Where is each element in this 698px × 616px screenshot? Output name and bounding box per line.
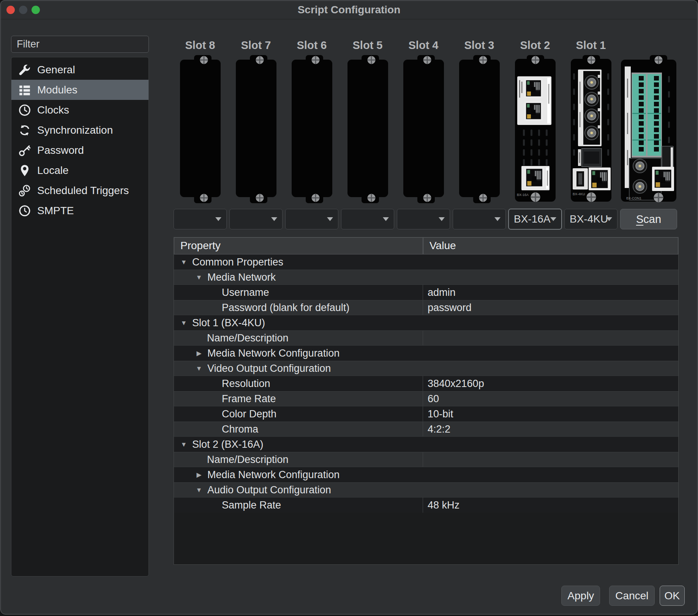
value-cell[interactable]: 3840x2160p xyxy=(423,376,678,391)
slot3-module-select[interactable] xyxy=(453,209,506,229)
slot6-module-select[interactable] xyxy=(285,209,338,229)
script-configuration-dialog: Script Configuration General Modules Clo… xyxy=(0,0,698,614)
sidebar-item-label: Password xyxy=(37,144,84,156)
sidebar-item-label: Modules xyxy=(37,84,77,96)
table-row-group[interactable]: Audio Output Configuration xyxy=(174,482,678,498)
value-cell[interactable]: 60 xyxy=(423,392,678,406)
blank-plate-card xyxy=(458,55,501,204)
table-row[interactable]: Resolution 3840x2160p xyxy=(174,376,678,391)
chevron-down-icon xyxy=(494,217,501,221)
sidebar-item-label: Synchronization xyxy=(37,124,113,136)
sidebar-item-smpte[interactable]: SMPTE xyxy=(11,201,148,221)
bx16a-card: BX-16A xyxy=(514,55,557,204)
sidebar-item-general[interactable]: General xyxy=(11,60,148,80)
sidebar-item-clocks[interactable]: Clocks xyxy=(11,100,148,120)
slot-column-8: Slot 8 xyxy=(174,38,227,204)
property-column-header[interactable]: Property xyxy=(174,237,423,254)
value-cell[interactable]: password xyxy=(423,300,678,315)
slot1-module-select[interactable]: BX-4KU xyxy=(564,209,617,229)
expander-icon[interactable] xyxy=(194,482,204,498)
blank-plate-card xyxy=(179,55,222,204)
sidebar-item-locale[interactable]: Locale xyxy=(11,160,148,180)
table-row-group[interactable]: Media Network xyxy=(174,270,678,285)
table-row-group[interactable]: Media Network Configuration xyxy=(174,346,678,361)
wrench-icon xyxy=(18,63,31,76)
slot-header: Slot 2 xyxy=(520,38,550,52)
expander-icon[interactable] xyxy=(194,360,204,376)
value-cell[interactable]: 10-bit xyxy=(423,406,678,422)
controller-card: BX-CON1 xyxy=(620,55,677,204)
sidebar-item-modules[interactable]: Modules xyxy=(11,80,148,100)
table-row[interactable]: Sample Rate 48 kHz xyxy=(174,498,678,513)
ok-button[interactable]: OK xyxy=(660,586,685,606)
value-cell[interactable] xyxy=(423,452,678,467)
expander-icon[interactable] xyxy=(179,315,188,331)
value-cell[interactable]: 4:2:2 xyxy=(423,422,678,436)
sidebar-item-synchronization[interactable]: Synchronization xyxy=(11,120,148,140)
property-table: Property Value Common Properties Media N… xyxy=(174,237,679,565)
expander-icon[interactable] xyxy=(194,269,204,285)
window-title: Script Configuration xyxy=(1,1,697,19)
value-cell[interactable] xyxy=(423,331,678,345)
table-row[interactable]: Username admin xyxy=(174,285,678,300)
expander-icon[interactable] xyxy=(179,254,188,270)
bx4ku-card: BX-4KU xyxy=(570,55,613,204)
cancel-button[interactable]: Cancel xyxy=(609,586,654,606)
value-column-header[interactable]: Value xyxy=(423,237,678,254)
sidebar-item-label: Scheduled Triggers xyxy=(37,185,129,197)
chevron-down-icon xyxy=(550,217,556,221)
slot-header: Slot 8 xyxy=(185,38,215,52)
table-row-group[interactable]: Media Network Configuration xyxy=(174,467,678,482)
slot-column-6: Slot 6 xyxy=(285,38,338,204)
sidebar-item-scheduled-triggers[interactable]: Scheduled Triggers xyxy=(11,180,148,201)
chevron-down-icon xyxy=(271,217,277,221)
table-row-group[interactable]: Common Properties xyxy=(174,254,678,270)
sync-arrows-icon xyxy=(18,124,31,137)
controller-column: BX-CON1 xyxy=(620,38,677,204)
modules-grid-icon xyxy=(18,84,31,96)
slot-column-1: Slot 1 xyxy=(564,38,617,204)
sidebar-item-password[interactable]: Password xyxy=(11,140,148,160)
dialog-buttons: Apply Cancel OK xyxy=(561,586,685,606)
value-cell[interactable]: admin xyxy=(423,285,678,300)
slot8-module-select[interactable] xyxy=(174,209,227,229)
table-row-group[interactable]: Video Output Configuration xyxy=(174,361,678,376)
key-icon xyxy=(18,144,31,157)
table-row[interactable]: Color Depth 10-bit xyxy=(174,406,678,422)
table-row[interactable]: Chroma 4:2:2 xyxy=(174,422,678,437)
blank-plate-card xyxy=(346,55,389,204)
table-row[interactable]: Password (blank for default) password xyxy=(174,300,678,315)
table-row[interactable]: Name/Description xyxy=(174,452,678,467)
slot-column-3: Slot 3 xyxy=(453,38,506,204)
scan-button[interactable]: Scan xyxy=(620,209,677,229)
sidebar-item-label: General xyxy=(37,64,75,76)
module-selects-row: BX-16A BX-4KU Scan xyxy=(174,209,677,229)
blank-plate-card xyxy=(291,55,333,204)
slot-header: Slot 1 xyxy=(576,38,606,52)
slots-area: Slot 8 Slot 7 Slot 6 xyxy=(174,38,677,204)
table-row-group[interactable]: Slot 1 (BX-4KU) xyxy=(174,315,678,330)
expander-icon[interactable] xyxy=(194,467,204,483)
table-header: Property Value xyxy=(174,237,678,254)
slot-header: Slot 6 xyxy=(297,38,327,52)
slot2-module-select[interactable]: BX-16A xyxy=(508,209,562,229)
chevron-down-icon xyxy=(215,217,221,221)
table-row[interactable]: Frame Rate 60 xyxy=(174,391,678,406)
table-row[interactable]: Name/Description xyxy=(174,330,678,346)
filter-input[interactable] xyxy=(11,36,149,53)
value-cell[interactable]: 48 kHz xyxy=(423,498,678,513)
settings-nav-list: General Modules Clocks Synchronization P… xyxy=(11,57,149,577)
blank-plate-card xyxy=(235,55,278,204)
slot-column-5: Slot 5 xyxy=(341,38,394,204)
expander-icon[interactable] xyxy=(179,436,188,452)
chevron-down-icon xyxy=(327,217,333,221)
slot5-module-select[interactable] xyxy=(341,209,394,229)
slot4-module-select[interactable] xyxy=(397,209,450,229)
table-row-group[interactable]: Slot 2 (BX-16A) xyxy=(174,437,678,452)
slot7-module-select[interactable] xyxy=(229,209,283,229)
chevron-down-icon xyxy=(383,217,389,221)
chevron-down-icon xyxy=(606,217,612,221)
title-bar[interactable]: Script Configuration xyxy=(1,1,697,19)
expander-icon[interactable] xyxy=(194,345,204,361)
apply-button[interactable]: Apply xyxy=(561,586,600,606)
